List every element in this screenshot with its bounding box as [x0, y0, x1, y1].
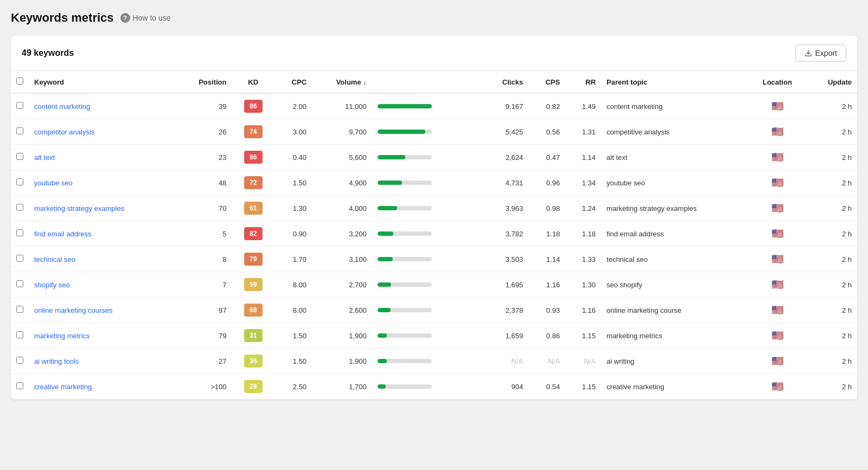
row-checkbox[interactable] [16, 280, 23, 287]
keyword-link[interactable]: find email address [34, 230, 92, 238]
volume-bar-cell [372, 272, 483, 298]
volume-bar-container [378, 181, 443, 185]
update-cell: 2 h [807, 247, 857, 272]
keyword-link[interactable]: technical seo [34, 255, 75, 263]
update-cell: 2 h [807, 272, 857, 298]
volume-bar-cell [372, 170, 483, 196]
export-icon [805, 49, 812, 57]
kd-cell: 82 [232, 221, 275, 247]
row-checkbox[interactable] [16, 127, 23, 134]
keyword-cell: marketing strategy examples [29, 196, 176, 221]
kd-cell: 79 [232, 247, 275, 272]
location-cell: 🇺🇸 [748, 145, 807, 170]
keyword-link[interactable]: alt text [34, 153, 55, 162]
volume-bar-fill [378, 333, 387, 338]
update-cell: 2 h [807, 119, 857, 145]
how-to-use-link[interactable]: ? How to use [120, 13, 171, 23]
parent-topic-cell: alt text [601, 145, 748, 170]
rr-cell: 1.15 [565, 374, 601, 400]
keyword-link[interactable]: competitor analysis [34, 128, 94, 136]
keyword-link[interactable]: shopify seo [34, 281, 70, 289]
position-cell: 27 [176, 349, 232, 374]
volume-bar-fill [378, 257, 393, 261]
header-select-all[interactable] [11, 71, 29, 93]
table-row: creative marketing>100282.501,7009040.54… [11, 374, 857, 400]
row-checkbox[interactable] [16, 229, 23, 236]
clicks-cell: 3,782 [482, 221, 528, 247]
header-update: Update [807, 71, 857, 93]
keyword-link[interactable]: marketing strategy examples [34, 204, 124, 213]
row-checkbox[interactable] [16, 178, 23, 185]
volume-bar-container [378, 231, 443, 236]
row-checkbox[interactable] [16, 357, 23, 364]
volume-bar-fill [378, 130, 425, 134]
flag-icon: 🇺🇸 [771, 356, 783, 366]
cpc-cell: 8.00 [275, 298, 312, 323]
flag-icon: 🇺🇸 [771, 330, 783, 341]
cpc-cell: 1.70 [275, 247, 312, 272]
parent-topic-cell: online marketing course [601, 298, 748, 323]
kd-badge: 36 [244, 355, 263, 368]
volume-bar-container [378, 333, 443, 338]
rr-cell: 1.14 [565, 145, 601, 170]
volume-bar-container [378, 384, 443, 389]
table-row: online marketing courses97688.002,6002,3… [11, 298, 857, 323]
flag-icon: 🇺🇸 [771, 305, 783, 316]
export-button[interactable]: Export [795, 44, 846, 62]
volume-bar-cell [372, 145, 483, 170]
how-to-use-label: How to use [133, 14, 171, 22]
position-cell: 23 [176, 145, 232, 170]
location-cell: 🇺🇸 [748, 170, 807, 196]
row-checkbox[interactable] [16, 306, 23, 313]
volume-bar-container [378, 257, 443, 261]
volume-cell: 1,900 [312, 349, 372, 374]
table-row: content marketing39862.0011,0009,1670.82… [11, 93, 857, 119]
table-row: competitor analysis26743.009,7005,4250.5… [11, 119, 857, 145]
cpc-cell: 0.90 [275, 221, 312, 247]
row-checkbox[interactable] [16, 255, 23, 262]
cpc-cell: 1.30 [275, 196, 312, 221]
table-row: ai writing tools27361.501,900N/AN/AN/Aai… [11, 349, 857, 374]
keyword-link[interactable]: content marketing [34, 102, 90, 111]
volume-bar-container [378, 308, 443, 312]
keyword-link[interactable]: youtube seo [34, 179, 73, 187]
table-row: find email address5820.903,2003,7821.181… [11, 221, 857, 247]
location-cell: 🇺🇸 [748, 119, 807, 145]
volume-bar-fill [378, 104, 432, 108]
page-title: Keywords metrics [11, 11, 114, 25]
keyword-link[interactable]: marketing metrics [34, 332, 90, 340]
position-cell: 5 [176, 221, 232, 247]
keyword-cell: find email address [29, 221, 176, 247]
row-checkbox-cell [11, 221, 29, 247]
rr-cell: 1.49 [565, 93, 601, 119]
clicks-cell: 3,503 [482, 247, 528, 272]
row-checkbox[interactable] [16, 204, 23, 211]
update-cell: 2 h [807, 196, 857, 221]
row-checkbox[interactable] [16, 382, 23, 389]
row-checkbox[interactable] [16, 331, 23, 338]
clicks-cell: 2,378 [482, 298, 528, 323]
keyword-cell: creative marketing [29, 374, 176, 400]
select-all-checkbox[interactable] [16, 78, 23, 85]
keyword-link[interactable]: ai writing tools [34, 357, 79, 365]
row-checkbox[interactable] [16, 153, 23, 160]
row-checkbox[interactable] [16, 102, 23, 109]
clicks-cell: 1,659 [482, 323, 528, 349]
location-cell: 🇺🇸 [748, 93, 807, 119]
keyword-link[interactable]: creative marketing [34, 383, 92, 391]
volume-bar-fill [378, 359, 387, 363]
keyword-link[interactable]: online marketing courses [34, 306, 113, 314]
volume-bar-cell [372, 323, 483, 349]
flag-icon: 🇺🇸 [771, 101, 783, 112]
row-checkbox-cell [11, 170, 29, 196]
keywords-count: 49 keywords [22, 48, 74, 58]
kd-badge: 82 [244, 227, 263, 240]
position-cell: 70 [176, 196, 232, 221]
cps-cell: 1.16 [528, 272, 565, 298]
keywords-table: Keyword Position KD CPC Volume ↓ Clicks … [11, 71, 857, 400]
position-cell: 97 [176, 298, 232, 323]
location-cell: 🇺🇸 [748, 196, 807, 221]
flag-icon: 🇺🇸 [771, 126, 783, 137]
table-body: content marketing39862.0011,0009,1670.82… [11, 93, 857, 400]
cpc-cell: 0.40 [275, 145, 312, 170]
